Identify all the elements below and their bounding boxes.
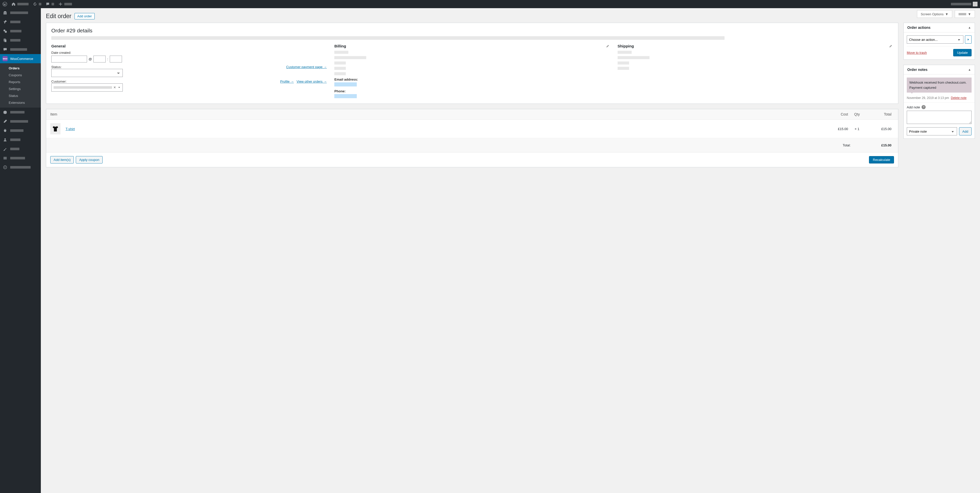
help-button[interactable]: ▼ (955, 10, 975, 18)
col-qty: Qty (848, 112, 866, 116)
menu-appearance[interactable] (0, 117, 41, 126)
menu-comments[interactable] (0, 45, 41, 54)
shipping-heading: Shipping (617, 44, 893, 48)
comments-icon (3, 47, 8, 52)
order-action-select[interactable]: Choose an action... (907, 35, 963, 44)
screen-options-button[interactable]: Screen Options ▼ (917, 10, 952, 18)
item-name-link[interactable]: T-shirt (65, 127, 75, 131)
general-column: General Date created: @ : (51, 44, 327, 99)
submenu-status[interactable]: Status (0, 92, 41, 99)
avatar-icon (973, 2, 977, 6)
screen-options-label: Screen Options (921, 12, 944, 16)
add-note-button[interactable]: Add (959, 127, 972, 135)
menu-settings[interactable] (0, 154, 41, 163)
woocommerce-submenu: Orders Coupons Reports Settings Status E… (0, 63, 41, 108)
new-content-icon[interactable] (58, 2, 72, 6)
menu-pages[interactable] (0, 36, 41, 45)
help-icon[interactable]: ? (921, 105, 926, 109)
chevron-down-icon: ▼ (968, 12, 971, 16)
submenu-reports[interactable]: Reports (0, 79, 41, 86)
note-type-select[interactable]: Private note (907, 127, 957, 135)
svg-rect-4 (4, 39, 6, 42)
menu-collapse[interactable] (0, 163, 41, 172)
status-select[interactable] (51, 69, 123, 77)
run-action-button[interactable] (965, 35, 972, 44)
customer-select[interactable]: × (51, 83, 123, 92)
phone-label: Phone: (334, 89, 610, 93)
submenu-orders[interactable]: Orders (0, 65, 41, 72)
menu-label: WooCommerce (10, 57, 33, 61)
wp-logo[interactable] (3, 2, 7, 6)
note-textarea[interactable] (907, 111, 972, 124)
order-note: Webhook received from checkout.com. Paym… (907, 78, 972, 93)
page-icon (3, 38, 8, 43)
item-qty: × 1 (848, 127, 866, 131)
menu-media[interactable] (0, 27, 41, 36)
collapse-icon[interactable]: ▲ (968, 26, 971, 29)
item-thumbnail (50, 123, 60, 135)
view-other-orders-link[interactable]: View other orders → (297, 79, 327, 83)
menu-dashboard[interactable] (0, 8, 41, 17)
box-icon (3, 110, 8, 115)
page-title: Edit order (46, 13, 72, 20)
menu-posts[interactable] (0, 17, 41, 27)
col-cost: Cost (825, 112, 848, 116)
wrench-icon (3, 146, 8, 152)
item-row: T-shirt £15.00 × 1 £15.00 (46, 120, 898, 138)
user-icon (3, 137, 8, 142)
note-date: November 29, 2019 at 3:13 pm (907, 96, 949, 100)
time-colon: : (107, 57, 108, 61)
customer-payment-link[interactable]: Customer payment page → (286, 65, 327, 69)
add-items-button[interactable]: Add item(s) (50, 156, 74, 163)
order-total-row: Total: £15.00 (46, 138, 898, 152)
submenu-coupons[interactable]: Coupons (0, 72, 41, 79)
shipping-column: Shipping (617, 44, 893, 99)
media-icon (3, 29, 8, 34)
comments-icon[interactable] (45, 2, 54, 6)
svg-point-6 (3, 166, 7, 169)
pin-icon (3, 19, 8, 24)
brush-icon (3, 119, 8, 124)
woocommerce-icon: woo (3, 56, 8, 61)
collapse-icon[interactable]: ▲ (968, 68, 971, 71)
menu-plugins[interactable] (0, 126, 41, 135)
add-note-label: Add note (907, 105, 920, 109)
move-to-trash-link[interactable]: Move to trash (907, 51, 927, 55)
submenu-settings[interactable]: Settings (0, 86, 41, 92)
account-menu[interactable] (951, 2, 977, 6)
update-button[interactable]: Update (953, 49, 972, 56)
edit-shipping-icon[interactable] (889, 44, 893, 48)
recalculate-button[interactable]: Recalculate (869, 156, 894, 163)
delete-note-link[interactable]: Delete note (951, 96, 966, 100)
items-header: Item Cost Qty Total (46, 109, 898, 120)
home-icon[interactable] (11, 2, 29, 6)
billing-email[interactable] (334, 82, 357, 86)
hour-input[interactable] (94, 55, 106, 62)
admin-bar (0, 0, 980, 8)
order-actions-box: Order actions▲ Choose an action... Move … (904, 23, 975, 60)
menu-tools[interactable] (0, 144, 41, 154)
submenu-extensions[interactable]: Extensions (0, 99, 41, 106)
add-order-button[interactable]: Add order (75, 13, 95, 19)
admin-sidebar: woo WooCommerce Orders Coupons Reports S… (0, 8, 41, 493)
svg-rect-2 (5, 31, 6, 33)
order-notes-box: Order notes▲ Webhook received from check… (904, 65, 975, 139)
total-value: £15.00 (866, 143, 894, 147)
billing-phone[interactable] (334, 94, 357, 98)
profile-link[interactable]: Profile → (280, 79, 294, 83)
order-notes-title: Order notes (907, 68, 928, 72)
chevron-down-icon: ▼ (945, 12, 948, 16)
refresh-icon[interactable] (33, 2, 41, 6)
col-total: Total (866, 112, 894, 116)
clear-customer-icon[interactable]: × (114, 85, 116, 90)
billing-heading: Billing (334, 44, 610, 48)
menu-products[interactable] (0, 108, 41, 117)
edit-billing-icon[interactable] (606, 44, 610, 48)
order-actions-title: Order actions (907, 25, 931, 30)
status-label: Status: (51, 65, 62, 69)
minute-input[interactable] (110, 55, 122, 62)
menu-users[interactable] (0, 135, 41, 144)
menu-woocommerce[interactable]: woo WooCommerce (0, 54, 41, 63)
date-created-input[interactable] (51, 55, 87, 62)
apply-coupon-button[interactable]: Apply coupon (76, 156, 103, 163)
